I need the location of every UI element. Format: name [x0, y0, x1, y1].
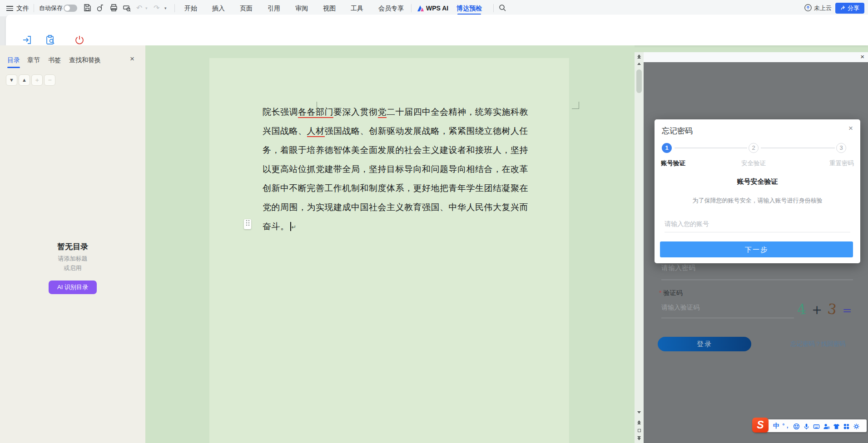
ai-recognize-toc-button[interactable]: AI 识别目录 — [49, 281, 97, 294]
password-input[interactable]: 请输入密码 — [661, 264, 695, 272]
autosave-toggle[interactable] — [64, 5, 77, 12]
keyboard-icon[interactable] — [811, 419, 821, 432]
sidebar-close-icon[interactable]: × — [130, 54, 134, 64]
select-browse-object-icon[interactable] — [635, 429, 644, 432]
toolbox-icon[interactable] — [851, 419, 861, 432]
toggle-knob — [64, 5, 70, 11]
microphone-icon[interactable] — [801, 419, 811, 432]
dialog-subtext: 为了保障您的账号安全，请输入账号进行身份核验 — [655, 197, 860, 205]
cloud-status[interactable]: 未上云 — [804, 0, 832, 16]
menu-boda-precheck[interactable]: 博达预检 — [456, 0, 482, 16]
scrollbar-thumb[interactable] — [636, 69, 642, 93]
paragraph-drag-handle-icon[interactable] — [244, 219, 251, 229]
captcha-input[interactable]: 请输入验证码 — [661, 304, 699, 312]
top-menu-bar: 文件 自动保存 ↶ ▾ ↷ ▾ 开始 插入 页面 引用 审阅 视图 工具 会员专… — [0, 0, 868, 16]
account-input[interactable]: 请输入您的账号 — [665, 220, 709, 228]
logout-power-icon — [65, 34, 94, 46]
captcha-digit-a: 4 — [796, 300, 808, 318]
divider — [174, 4, 175, 12]
document-line[interactable]: 兴国战略、人材强国战略、创新驱动发展战略，紧紧围绕立德树人任 — [263, 122, 520, 141]
document-line[interactable]: 创新中不断完善工作机制和制度体系，更好地把青年学生团结凝聚在 — [263, 179, 520, 198]
print-preview-icon[interactable] — [122, 3, 132, 13]
punctuation-icon[interactable]: °， — [781, 419, 791, 432]
ribbon: 登录 任务窗口 退出登录 — [6, 15, 868, 45]
captcha-digit-b: 3 — [827, 300, 839, 318]
task-window-icon — [36, 34, 65, 46]
share-icon — [840, 5, 846, 11]
menu-wps-ai[interactable]: WPS AI — [426, 0, 448, 16]
scroll-up-icon[interactable] — [635, 62, 644, 65]
chinese-mode-icon[interactable]: 中 — [771, 419, 781, 432]
captcha-operator: + — [812, 303, 824, 317]
paragraph-mark: ↵ — [292, 224, 297, 231]
document-line[interactable]: 院长强调各各部门要深入贯彻党二十届四中全会精神，统筹实施科教 — [263, 103, 520, 122]
margin-mark-right — [572, 102, 579, 109]
undo-dropdown-icon: ▾ — [145, 0, 148, 16]
next-page-icon[interactable] — [635, 436, 644, 441]
captcha-image[interactable]: 4 + 3 = — [797, 301, 853, 317]
proofing-underline: 人材 — [307, 126, 325, 137]
app-window: 文件 自动保存 ↶ ▾ ↷ ▾ 开始 插入 页面 引用 审阅 视图 工具 会员专… — [0, 0, 868, 443]
sogou-logo-icon[interactable]: S — [752, 418, 769, 433]
menu-review[interactable]: 审阅 — [295, 0, 308, 16]
proofing-underline: 党 — [378, 107, 387, 118]
tab-find-replace[interactable]: 查找和替换 — [69, 56, 101, 64]
step-2-label: 安全验证 — [741, 159, 766, 167]
scroll-top-icon[interactable] — [635, 54, 644, 59]
tab-bookmarks[interactable]: 书签 — [48, 56, 61, 64]
menu-home[interactable]: 开始 — [184, 0, 197, 16]
collapse-all-button[interactable]: ▲ — [19, 74, 30, 86]
more-commands-icon[interactable]: ▾ — [164, 0, 167, 16]
document-text[interactable]: 院长强调各各部门要深入贯彻党二十届四中全会精神，统筹实施科教兴国战略、人材强国战… — [263, 103, 520, 236]
document-line[interactable]: 奋斗。↵ — [263, 217, 520, 236]
dialog-close-icon[interactable]: × — [848, 124, 853, 133]
emoji-icon[interactable] — [791, 419, 801, 432]
apps-icon[interactable] — [841, 419, 851, 432]
menu-view[interactable]: 视图 — [323, 0, 336, 16]
menu-insert[interactable]: 插入 — [212, 0, 225, 16]
tab-chapters[interactable]: 章节 — [27, 56, 40, 64]
forgot-password-dialog: 忘记密码 × 1 2 3 账号验证 安全验证 重置密码 账号安全验证 为了保障您… — [655, 119, 860, 263]
share-button[interactable]: 分享 — [835, 3, 864, 14]
document-line[interactable]: 以更高站位抓党建带全局，坚持目标导向和问题导向相结合，在改革 — [263, 160, 520, 179]
dialog-title: 忘记密码 — [662, 126, 693, 136]
step-1-circle: 1 — [662, 143, 672, 153]
dialog-heading: 账号安全验证 — [655, 177, 860, 186]
panel-login-button[interactable]: 登录 — [658, 337, 751, 351]
share-label: 分享 — [848, 5, 859, 11]
expand-all-button[interactable]: ▼ — [6, 74, 17, 86]
save-icon[interactable] — [83, 3, 93, 13]
account-underline — [665, 232, 850, 232]
tab-contents[interactable]: 目录 — [7, 56, 20, 64]
next-step-button[interactable]: 下一步 — [660, 241, 853, 257]
user-32-icon[interactable]: 32 — [821, 419, 831, 432]
captcha-label: *验证码 — [659, 289, 682, 297]
menu-file[interactable]: 文件 — [16, 0, 29, 16]
menu-tools[interactable]: 工具 — [351, 0, 363, 16]
text-cursor — [290, 222, 291, 231]
document-line[interactable]: 党的周围，为实现建成中国社会主义教育强国、中华人民伟大复兴而 — [263, 198, 520, 217]
document-line[interactable]: 务，着眼于培养德智体美全面发展的社会主义建设者和接班人，坚持 — [263, 141, 520, 160]
prev-page-icon[interactable] — [635, 420, 644, 425]
export-icon[interactable] — [96, 3, 106, 13]
menu-member[interactable]: 会员专享 — [378, 0, 404, 16]
menu-page[interactable]: 页面 — [240, 0, 253, 16]
cloud-status-label: 未上云 — [814, 5, 832, 11]
empty-state-title: 暂无目录 — [0, 241, 145, 252]
scroll-down-icon[interactable] — [635, 411, 644, 414]
search-icon[interactable] — [498, 3, 508, 13]
step-connector — [761, 148, 835, 148]
menu-reference[interactable]: 引用 — [268, 0, 280, 16]
print-icon[interactable] — [109, 3, 119, 13]
captcha-equals: = — [842, 304, 853, 317]
panel-close-icon[interactable]: × — [860, 53, 864, 60]
zoom-in-button[interactable]: ＋ — [31, 74, 43, 86]
sidebar-panel: 目录 章节 书签 查找和替换 × ▼ ▲ ＋ − 暂无目录 请添加标题 或启用 … — [0, 45, 145, 443]
forgot-password-link[interactable]: 忘记密码？找回密码 — [790, 340, 846, 348]
hamburger-icon[interactable] — [6, 5, 13, 12]
captcha-underline — [661, 318, 794, 318]
document-scrollbar[interactable] — [635, 52, 644, 443]
required-asterisk: * — [659, 289, 661, 296]
zoom-out-button[interactable]: − — [44, 74, 55, 86]
skin-icon[interactable] — [831, 419, 841, 432]
